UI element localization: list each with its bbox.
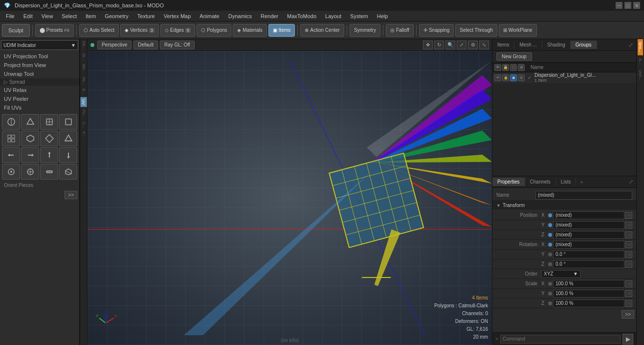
menu-maxtomodo[interactable]: MaxToModo — [283, 12, 320, 20]
items-button[interactable]: ▣ Items — [268, 24, 295, 37]
side-label-de[interactable]: De... — [82, 39, 86, 51]
grid-btn-1[interactable] — [2, 114, 20, 130]
command-run-button[interactable]: ▶ — [622, 334, 633, 345]
sculpt-button[interactable]: Sculpt — [2, 24, 30, 37]
tool-uv-peeler[interactable]: UV Peeler — [0, 94, 79, 103]
props-tab-plus[interactable]: + — [576, 178, 587, 186]
grid-btn-13[interactable] — [2, 164, 20, 180]
props-tab-lists[interactable]: Lists — [556, 178, 577, 186]
props-tab-channels[interactable]: Channels — [525, 178, 556, 186]
right-top-expand-btn[interactable]: ⤢ — [625, 40, 636, 50]
gi-icon-type[interactable]: ▣ — [510, 74, 517, 81]
pos-x-input[interactable]: (mixed) — [553, 211, 624, 219]
ray-gl-button[interactable]: Ray GL: Off — [160, 41, 195, 49]
viewport-icon-expand[interactable]: ⤡ — [479, 41, 489, 49]
right-strip-tab-use[interactable]: Use... — [638, 67, 643, 83]
viewport-icon-fit[interactable]: ⤢ — [457, 41, 466, 49]
group-item-check[interactable]: ✓ — [526, 74, 533, 81]
grid-btn-8[interactable] — [59, 131, 77, 146]
snapping-button[interactable]: ✛ Snapping — [419, 24, 454, 37]
symmetry-button[interactable]: Symmetry — [350, 24, 380, 37]
rot-y-input[interactable]: 0.0 ° — [553, 251, 624, 258]
viewport-icon-zoom[interactable]: 🔍 — [445, 41, 455, 49]
viewport-canvas[interactable]: 4 Items Polygons : Catmull-Clark Channel… — [88, 51, 492, 345]
col-icon-3[interactable]: ⬡ — [510, 64, 517, 71]
scale-z-lock[interactable]: ◁ — [625, 300, 632, 307]
right-strip-tab-a[interactable]: A... — [638, 55, 643, 67]
pos-z-lock[interactable]: ◁ — [625, 231, 632, 238]
pos-x-indicator[interactable] — [548, 213, 552, 217]
viewport-icon-settings[interactable]: ⚙ — [468, 41, 478, 49]
menu-texture[interactable]: Texture — [133, 12, 159, 20]
tool-fit-uvs[interactable]: Fit UVs — [0, 103, 79, 112]
pos-z-input[interactable]: (mixed) — [553, 231, 624, 239]
menu-vertex-map[interactable]: Vertex Map — [160, 12, 195, 20]
polygons-button[interactable]: ⬡ Polygons — [197, 24, 231, 37]
rot-x-lock[interactable]: ◁ — [625, 241, 632, 248]
select-through-button[interactable]: Select Through — [455, 24, 497, 37]
side-tab-uv[interactable]: UV — [80, 97, 87, 107]
tab-mesh[interactable]: Mesh ... — [514, 41, 542, 49]
grid-btn-6[interactable] — [21, 131, 39, 146]
props-expand-btn[interactable]: ⤢ — [626, 177, 636, 186]
rot-z-input[interactable]: 0.0 ° — [553, 260, 624, 268]
gi-icon-lock[interactable]: 🔒 — [502, 74, 509, 81]
tool-uv-relax[interactable]: UV Relax — [0, 86, 79, 94]
menu-system[interactable]: System — [346, 12, 372, 20]
menu-layout[interactable]: Layout — [321, 12, 345, 20]
col-icon-1[interactable]: 👁 — [494, 64, 501, 71]
tab-groups[interactable]: Groups — [571, 41, 597, 49]
default-button[interactable]: Default — [133, 41, 158, 49]
tab-shading[interactable]: Shading — [542, 41, 571, 49]
grid-btn-15[interactable] — [40, 164, 58, 180]
pos-y-lock[interactable]: ◁ — [625, 222, 632, 229]
side-label-c[interactable]: C... — [82, 120, 86, 130]
rot-y-lock[interactable]: ◁ — [625, 251, 632, 258]
scale-x-indicator[interactable] — [548, 282, 552, 286]
auto-select-button[interactable]: ⬡ Auto Select — [79, 24, 119, 37]
col-icon-4[interactable]: ⊞ — [518, 64, 525, 71]
tool-project-from-view[interactable]: Project from View — [0, 61, 79, 69]
rot-z-indicator[interactable] — [548, 262, 552, 266]
udim-indicator-dropdown[interactable]: UDIM Indicator ▼ — [1, 40, 78, 50]
order-select[interactable]: XYZ ▼ — [541, 270, 580, 278]
group-item-row[interactable]: 👁 🔒 ▣ ⊞ ✓ Dispersion_of_Light_in_Gl... 1… — [492, 72, 636, 83]
workplane-button[interactable]: ⊞ WorkPlane — [499, 24, 537, 37]
menu-select[interactable]: Select — [58, 12, 81, 20]
tool-uv-projection[interactable]: UV Projection Tool — [0, 52, 79, 61]
props-more-button[interactable]: >> — [622, 310, 634, 319]
transform-section-header[interactable]: ▼ Transform — [492, 201, 636, 210]
more-button[interactable]: >> — [65, 191, 77, 199]
scale-y-input[interactable]: 100.0 % — [553, 290, 624, 298]
falloff-button[interactable]: ◎ Falloff — [386, 24, 414, 37]
minimize-button[interactable]: ─ — [616, 2, 622, 9]
rot-y-indicator[interactable] — [548, 253, 552, 256]
presets-button[interactable]: ⬤ Presets F6 — [35, 24, 74, 37]
side-label-ve[interactable]: Ve... — [82, 75, 86, 87]
grid-btn-11[interactable] — [40, 147, 58, 163]
tool-unwrap[interactable]: Unwrap Tool — [0, 69, 79, 78]
viewport-icon-move[interactable]: ✥ — [423, 41, 433, 49]
new-group-button[interactable]: New Group — [496, 52, 532, 61]
grid-btn-5[interactable] — [2, 131, 20, 146]
right-strip-tab-gro[interactable]: Gro... — [638, 39, 643, 55]
edges-button[interactable]: ◇ Edges 5 — [160, 24, 195, 37]
action-center-button[interactable]: ⊕ Action Center — [300, 24, 344, 37]
perspective-button[interactable]: Perspective — [97, 41, 132, 49]
col-icon-2[interactable]: 🔒 — [502, 64, 509, 71]
grid-btn-2[interactable] — [21, 114, 39, 130]
menu-file[interactable]: File — [2, 12, 19, 20]
gi-icon-eye[interactable]: 👁 — [494, 74, 501, 81]
scale-x-input[interactable]: 100.0 % — [553, 280, 624, 288]
pos-z-indicator[interactable] — [548, 233, 552, 237]
command-input[interactable] — [500, 335, 621, 344]
side-label-di[interactable]: Di... — [82, 51, 86, 62]
materials-button[interactable]: ◈ Materials — [233, 24, 267, 37]
grid-btn-9[interactable] — [2, 147, 20, 163]
scale-x-lock[interactable]: ◁ — [625, 280, 632, 287]
scale-y-indicator[interactable] — [548, 292, 552, 296]
menu-dynamics[interactable]: Dynamics — [224, 12, 256, 20]
scale-z-input[interactable]: 100.0 % — [553, 299, 624, 307]
grid-btn-7[interactable] — [40, 131, 58, 146]
menu-animate[interactable]: Animate — [196, 12, 223, 20]
